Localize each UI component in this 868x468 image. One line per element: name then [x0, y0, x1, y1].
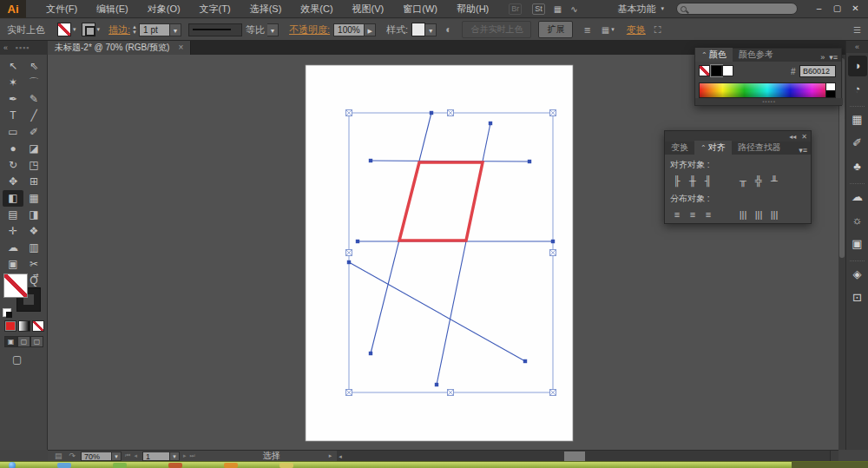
width-tool[interactable]: ✥: [3, 174, 23, 190]
none-swatch[interactable]: [699, 65, 710, 76]
stroke-weight-dropdown[interactable]: ▼: [170, 23, 181, 36]
taskbar-item-3[interactable]: [224, 463, 238, 468]
perspective-grid-tool[interactable]: ▦: [23, 190, 44, 207]
bbox-handle-0[interactable]: [346, 110, 352, 116]
appearance-panel-icon[interactable]: ☼: [848, 210, 867, 231]
collapse-icon[interactable]: «: [3, 43, 8, 52]
creative-cloud-panel-icon[interactable]: ☁: [848, 187, 867, 208]
horizontal-scroll-thumb[interactable]: [564, 452, 585, 461]
stock-button[interactable]: St: [532, 3, 545, 15]
drag-grip[interactable]: ▪▪▪▪: [16, 43, 30, 52]
menu-item-type[interactable]: 文字(T): [190, 0, 240, 18]
align-h-center-button[interactable]: ╫: [685, 174, 700, 188]
start-button[interactable]: [9, 462, 16, 468]
transform-link[interactable]: 变换: [627, 23, 646, 36]
tab-align[interactable]: ⌃对齐: [694, 141, 732, 155]
publish-icon[interactable]: ↷: [69, 452, 76, 460]
align-bottom-button[interactable]: ╨: [766, 174, 782, 188]
control-panel-menu-icon[interactable]: ☰: [853, 25, 861, 35]
stroke-link[interactable]: 描边:: [108, 23, 130, 36]
bbox-handle-3[interactable]: [346, 250, 352, 256]
panel-resize-grip[interactable]: ▪▪▪▪▪: [695, 98, 843, 105]
app-logo[interactable]: Ai: [0, 0, 26, 18]
arrange-documents-icon[interactable]: ▦: [554, 4, 562, 14]
chevron-down-icon[interactable]: ▾: [73, 26, 76, 33]
color-button[interactable]: [4, 320, 16, 332]
stroke-stepper[interactable]: ▲▼: [132, 24, 137, 35]
bbox-handle-6[interactable]: [448, 390, 454, 396]
fill-swatch[interactable]: [57, 23, 71, 36]
scale-tool[interactable]: ◳: [23, 157, 44, 174]
align-right-button[interactable]: ╢: [700, 174, 716, 188]
document-info-icon[interactable]: ▤: [55, 452, 62, 460]
opacity-dropdown[interactable]: ▶: [365, 23, 376, 36]
line-segment-tool[interactable]: ╱: [23, 108, 44, 124]
tab-color[interactable]: ⌃颜色: [695, 48, 733, 62]
direct-selection-tool[interactable]: ⇖: [23, 58, 44, 75]
gradient-button[interactable]: [18, 320, 30, 332]
gap-options-icon[interactable]: ≣: [583, 25, 590, 35]
opacity-link[interactable]: 不透明度:: [289, 23, 330, 36]
live-paint-bucket-tool[interactable]: ◧: [3, 190, 23, 207]
anchor-point-2[interactable]: [489, 122, 492, 125]
bbox-handle-1[interactable]: [448, 110, 454, 116]
document-setup-icon[interactable]: ◐: [445, 23, 451, 36]
distribute-left-button[interactable]: |||: [735, 208, 751, 222]
free-transform-tool[interactable]: ⊞: [23, 174, 44, 190]
blend-tool[interactable]: ❖: [23, 223, 44, 240]
expand-panel-icon[interactable]: »: [820, 53, 825, 62]
anchor-point-4[interactable]: [369, 159, 372, 162]
hex-value-field[interactable]: B60012: [799, 65, 836, 77]
layers-panel-icon[interactable]: ◈: [848, 264, 867, 285]
artboard-tool[interactable]: ▣: [3, 256, 23, 273]
search-box[interactable]: [676, 3, 798, 15]
menu-item-object[interactable]: 对象(O): [138, 0, 190, 18]
align-top-button[interactable]: ╥: [735, 174, 751, 188]
drawing-mode-1[interactable]: ▢: [17, 336, 30, 347]
white-selector[interactable]: [825, 83, 835, 90]
opacity-field[interactable]: 100%: [333, 23, 365, 36]
panel-menu-icon[interactable]: ▾≡: [829, 53, 838, 62]
canvas-area[interactable]: [48, 55, 838, 450]
rotate-tool[interactable]: ↻: [3, 157, 23, 174]
magic-wand-tool[interactable]: ✶: [3, 75, 23, 91]
scroll-left-icon[interactable]: ◂: [339, 451, 342, 462]
document-tab[interactable]: 未标题-2* @ 70% (RGB/预览) ×: [48, 41, 191, 55]
bbox-handle-5[interactable]: [346, 390, 352, 396]
drawing-mode-2[interactable]: ▢: [30, 336, 43, 347]
workspace-switcher[interactable]: 基本功能 ▾: [617, 3, 664, 16]
style-swatch[interactable]: [411, 23, 425, 36]
menu-item-view[interactable]: 视图(V): [343, 0, 394, 18]
taskbar-item-0[interactable]: [57, 463, 71, 468]
graphic-styles-panel-icon[interactable]: ▣: [848, 234, 867, 254]
symbol-sprayer-tool[interactable]: ☁: [3, 240, 23, 256]
white-swatch[interactable]: [722, 65, 733, 76]
anchor-point-0[interactable]: [430, 111, 433, 115]
color-spectrum[interactable]: [699, 82, 836, 98]
bbox-handle-2[interactable]: [550, 110, 556, 116]
taskbar-item-1[interactable]: [113, 463, 127, 468]
menu-item-select[interactable]: 选择(S): [240, 0, 292, 18]
menu-item-file[interactable]: 文件(F): [36, 0, 87, 18]
vertical-scrollbar[interactable]: [838, 55, 845, 450]
symbols-panel-icon[interactable]: ♣: [848, 156, 867, 177]
prev-artboard-icon[interactable]: ◂: [134, 452, 137, 459]
toolbar-header[interactable]: « ▪▪▪▪: [0, 41, 48, 55]
gradient-tool[interactable]: ◨: [23, 207, 44, 223]
anchor-point-1[interactable]: [369, 352, 372, 355]
next-artboard-icon[interactable]: ▸: [183, 452, 187, 459]
mesh-tool[interactable]: ▤: [3, 207, 23, 223]
chevron-down-icon[interactable]: ▾: [97, 26, 101, 33]
anchor-point-5[interactable]: [528, 160, 531, 163]
pen-tool[interactable]: ✒: [3, 91, 23, 108]
bridge-button[interactable]: Br: [509, 3, 522, 15]
menu-item-effect[interactable]: 效果(C): [291, 0, 342, 18]
minimize-button[interactable]: –: [810, 0, 828, 17]
canvas-svg[interactable]: [48, 55, 838, 450]
search-input[interactable]: [687, 4, 782, 14]
default-fill-stroke-icon[interactable]: [3, 308, 11, 317]
bbox-handle-4[interactable]: [550, 250, 556, 256]
color-guide-panel-icon[interactable]: ◔: [848, 79, 867, 100]
color-panel-icon[interactable]: ◑: [848, 56, 867, 76]
tab-transform[interactable]: 变换: [665, 141, 694, 155]
